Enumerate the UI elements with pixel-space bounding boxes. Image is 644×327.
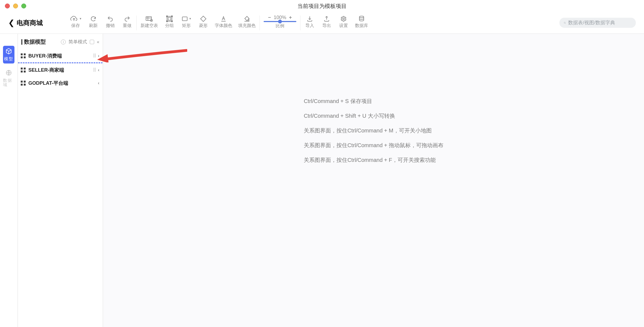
- titlebar: 当前项目为模板项目: [0, 0, 644, 12]
- export-button[interactable]: 导出: [321, 15, 332, 29]
- save-button[interactable]: ▼ 保存: [69, 15, 82, 29]
- database-button[interactable]: 数据库: [355, 15, 368, 29]
- sidebar-item-seller[interactable]: SELLER-商家端 ⠿ ‹: [18, 63, 103, 77]
- chevron-left-icon[interactable]: ‹: [98, 81, 99, 86]
- fill-color-label: 填充颜色: [238, 23, 256, 29]
- collapse-all-icon[interactable]: «: [97, 40, 99, 44]
- sidebar-title: 数据模型: [24, 38, 46, 46]
- hint-line: 关系图界面，按住Ctrl/Command + 拖动鼠标，可拖动画布: [304, 138, 443, 153]
- new-table-button[interactable]: 新建空表: [141, 15, 158, 29]
- settings-button[interactable]: 设置: [338, 15, 349, 29]
- font-color-button[interactable]: 字体颜色: [215, 15, 232, 29]
- chevron-left-icon: ❮: [8, 18, 14, 27]
- new-table-icon: [145, 15, 153, 23]
- zoom-slider-thumb[interactable]: [278, 20, 282, 23]
- redo-icon: [124, 15, 131, 23]
- search-icon: [564, 20, 566, 26]
- group-label: 分组: [165, 23, 174, 29]
- refresh-icon: [90, 15, 97, 23]
- title-accent: [21, 39, 22, 45]
- window-title: 当前项目为模板项目: [0, 2, 644, 10]
- import-icon: [306, 15, 313, 23]
- minimize-window-button[interactable]: [13, 4, 18, 8]
- zoom-label: 比例: [276, 23, 284, 29]
- svg-rect-19: [21, 71, 23, 72]
- rail-model-label: 模型: [4, 57, 13, 61]
- svg-point-9: [343, 18, 344, 20]
- category-icon: [21, 53, 26, 58]
- keyboard-hints: Ctrl/Command + S 保存项目 Ctrl/Command + Shi…: [304, 94, 443, 167]
- main: 模型 数据域 数据模型 i 简单模式 « BUYER-消费端 ⠿: [0, 34, 644, 327]
- undo-icon: [107, 15, 114, 23]
- info-icon[interactable]: i: [61, 40, 66, 44]
- drag-handle-icon[interactable]: ⠿: [93, 53, 96, 59]
- rect-label: 矩形: [182, 23, 191, 29]
- svg-point-11: [564, 22, 565, 23]
- sidebar: 数据模型 i 简单模式 « BUYER-消费端 ⠿ ‹ SELLER-商家端 ⠿…: [18, 34, 103, 327]
- maximize-window-button[interactable]: [21, 4, 26, 8]
- diamond-icon: [200, 15, 207, 23]
- rail-item-model[interactable]: 模型: [3, 46, 14, 63]
- back-button[interactable]: ❮ 电商商城: [3, 18, 65, 27]
- svg-rect-13: [21, 53, 23, 55]
- cube-icon: [5, 48, 12, 56]
- search-box[interactable]: [559, 18, 636, 28]
- rectangle-icon: ▼: [181, 15, 192, 23]
- redo-button[interactable]: 重做: [122, 15, 133, 29]
- search-input[interactable]: [568, 20, 631, 26]
- chevron-down-icon: ▼: [79, 17, 82, 20]
- redo-label: 重做: [123, 23, 132, 29]
- category-icon: [21, 68, 26, 72]
- svg-rect-22: [24, 81, 26, 83]
- zoom-out-button[interactable]: −: [268, 15, 271, 20]
- svg-rect-21: [21, 81, 23, 83]
- import-button[interactable]: 导入: [304, 15, 315, 29]
- rail-domain-label: 数据域: [3, 78, 14, 87]
- nav-rail: 模型 数据域: [0, 34, 18, 327]
- chevron-left-icon[interactable]: ‹: [98, 68, 99, 72]
- zoom-in-button[interactable]: +: [289, 15, 292, 20]
- toolbar: ❮ 电商商城 ▼ 保存 刷新 撤销 重做: [0, 12, 644, 34]
- save-label: 保存: [71, 23, 80, 29]
- drag-handle-icon[interactable]: ⠿: [93, 67, 96, 73]
- close-window-button[interactable]: [5, 4, 10, 8]
- category-icon: [21, 81, 26, 86]
- chevron-left-icon[interactable]: ‹: [98, 53, 99, 58]
- cloud-upload-icon: ▼: [69, 15, 82, 23]
- sidebar-item-label: BUYER-消费端: [28, 53, 93, 59]
- svg-rect-3: [168, 17, 171, 20]
- refresh-label: 刷新: [89, 23, 98, 29]
- hint-line: 关系图界面，按住Ctrl/Command + M，可开关小地图: [304, 123, 443, 138]
- diamond-button[interactable]: 菱形: [198, 15, 209, 29]
- group-button[interactable]: 分组: [164, 15, 175, 29]
- svg-rect-18: [24, 68, 26, 69]
- undo-button[interactable]: 撤销: [105, 15, 116, 29]
- svg-rect-17: [21, 68, 23, 69]
- group-icon: [166, 15, 173, 23]
- hint-line: Ctrl/Command + S 保存项目: [304, 94, 443, 108]
- sidebar-item-label: SELLER-商家端: [28, 67, 93, 73]
- sidebar-item-buyer[interactable]: BUYER-消费端 ⠿ ‹: [18, 49, 103, 62]
- gear-icon: [340, 15, 347, 23]
- svg-rect-8: [182, 17, 187, 21]
- refresh-button[interactable]: 刷新: [88, 15, 99, 29]
- svg-rect-20: [24, 71, 26, 72]
- annotation-arrow: [97, 49, 187, 62]
- database-label: 数据库: [355, 23, 368, 29]
- svg-rect-14: [24, 53, 26, 55]
- font-color-icon: [220, 15, 227, 23]
- rail-item-domain[interactable]: 数据域: [3, 67, 14, 89]
- fill-color-button[interactable]: 填充颜色: [238, 15, 256, 29]
- settings-label: 设置: [339, 23, 348, 29]
- hint-line: Ctrl/Command + Shift + U 大小写转换: [304, 108, 443, 123]
- simple-mode-checkbox[interactable]: [90, 40, 94, 44]
- zoom-slider[interactable]: [264, 21, 296, 22]
- rect-button[interactable]: ▼ 矩形: [181, 15, 192, 29]
- globe-icon: [5, 69, 12, 77]
- sidebar-item-godplat[interactable]: GODPLAT-平台端 ‹: [18, 77, 103, 90]
- svg-rect-23: [21, 84, 23, 86]
- sidebar-header: 数据模型 i 简单模式 «: [18, 34, 103, 49]
- database-icon: [358, 15, 365, 23]
- canvas[interactable]: Ctrl/Command + S 保存项目 Ctrl/Command + Shi…: [103, 34, 644, 327]
- hint-line: 关系图界面，按住Ctrl/Command + F，可开关搜索功能: [304, 153, 443, 167]
